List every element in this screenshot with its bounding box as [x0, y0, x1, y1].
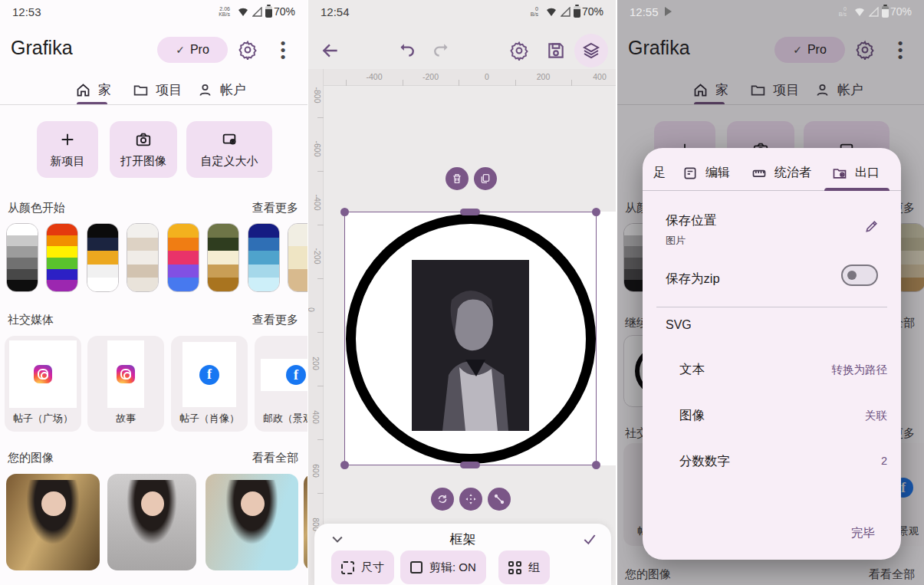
see-more-social-link[interactable]: 查看更多 — [252, 313, 298, 327]
confirm-check-icon[interactable] — [582, 531, 597, 547]
fraction-digits-label[interactable]: 分数数字 — [679, 453, 730, 470]
home-screen-with-dialog: 12:55 0B/s 70% Grafika ✓Pro ••• 家 项目 帐户 — [617, 0, 924, 585]
cellular-icon — [869, 7, 879, 17]
network-speed: 2.06KB/s — [219, 6, 230, 17]
dialog-tab-partial[interactable]: 足 — [653, 165, 666, 181]
color-palette[interactable] — [167, 223, 199, 292]
v-ruler: -800-600-400-2000200400600800 — [308, 69, 324, 585]
battery-icon — [882, 6, 889, 18]
color-palette[interactable] — [6, 223, 38, 292]
selection-handle-se[interactable] — [592, 461, 600, 469]
status-bar: 12:54 0B/s 70% — [308, 0, 616, 23]
cellular-icon — [561, 7, 571, 17]
user-photo-thumbnail[interactable] — [206, 474, 298, 570]
selection-handle-sw[interactable] — [340, 461, 349, 469]
color-palette[interactable] — [248, 223, 280, 292]
move-tool-button[interactable] — [459, 488, 482, 511]
section-social-media: 社交媒体 — [8, 313, 54, 327]
custom-size-button[interactable]: 自定义大小 — [186, 121, 272, 178]
save-as-zip-label: 保存为zip — [666, 271, 720, 288]
selection-handle-ne[interactable] — [592, 208, 600, 216]
group-button[interactable]: 组 — [498, 550, 550, 584]
overflow-menu-icon[interactable]: ••• — [279, 40, 287, 61]
tab-home[interactable]: 家 — [75, 77, 111, 103]
template-post-portrait[interactable]: f 帖子（肖像） — [171, 336, 248, 432]
dialog-tab-export[interactable]: 出口 — [832, 165, 880, 181]
user-photo-thumbnail[interactable] — [107, 474, 196, 570]
export-folder-icon — [832, 166, 847, 181]
diagonal-line-icon — [493, 493, 505, 505]
color-palette[interactable] — [207, 223, 239, 292]
dialog-divider — [656, 307, 887, 307]
open-image-button[interactable]: 打开图像 — [110, 121, 177, 178]
battery-indicator: 70% — [882, 5, 912, 18]
new-project-button[interactable]: 新项目 — [37, 121, 98, 178]
edit-panel-icon — [682, 166, 698, 181]
template-story[interactable]: 故事 — [87, 336, 164, 432]
redo-button[interactable] — [432, 41, 452, 61]
check-icon: ✓ — [176, 44, 185, 56]
user-photo-thumbnail[interactable] — [304, 474, 307, 570]
person-icon — [197, 82, 213, 98]
svg-image-label[interactable]: 图像 — [679, 407, 705, 424]
see-all-images-link[interactable]: 看看全部 — [252, 451, 298, 465]
back-button[interactable] — [321, 41, 340, 61]
settings-gear-icon[interactable] — [238, 40, 258, 60]
clip-toggle-button[interactable]: 剪辑: ON — [400, 550, 486, 584]
network-speed: 0B/s — [839, 6, 847, 17]
trash-icon — [451, 173, 463, 185]
layers-button[interactable] — [574, 34, 608, 67]
dialog-tab-edit[interactable]: 编辑 — [682, 165, 730, 181]
tab-bar: 家 项目 帐户 — [0, 77, 307, 104]
duplicate-object-button[interactable] — [474, 167, 497, 190]
save-zip-toggle-off[interactable] — [841, 265, 878, 286]
layers-icon — [582, 41, 600, 60]
svg-text-label[interactable]: 文本 — [679, 361, 705, 378]
settings-gear-icon[interactable] — [509, 41, 529, 61]
pencil-edit-icon[interactable] — [864, 219, 880, 234]
save-location-label[interactable]: 保存位置 — [666, 212, 716, 229]
color-palette[interactable] — [288, 223, 307, 292]
section-your-images: 您的图像 — [8, 451, 54, 465]
user-photo-thumbnail[interactable] — [6, 474, 100, 570]
template-post-landscape[interactable]: f 邮政（景观） — [255, 336, 307, 432]
selection-handle-n[interactable] — [460, 209, 480, 215]
instagram-icon — [117, 365, 135, 383]
done-button[interactable]: 完毕 — [851, 525, 875, 541]
tab-account[interactable]: 帐户 — [197, 77, 246, 103]
selection-handle-s[interactable] — [460, 462, 480, 468]
save-button[interactable] — [546, 41, 566, 61]
selection-box[interactable] — [344, 212, 597, 465]
pro-button[interactable]: ✓Pro — [157, 37, 228, 63]
size-button[interactable]: 尺寸 — [331, 550, 394, 584]
delete-object-button[interactable] — [446, 167, 469, 190]
svg-image-value[interactable]: 关联 — [865, 409, 887, 423]
toggle-knob — [847, 271, 857, 280]
fraction-digits-value[interactable]: 2 — [881, 455, 887, 467]
dashed-rect-icon — [341, 561, 354, 574]
selection-handle-nw[interactable] — [340, 208, 349, 216]
rotate-tool-button[interactable] — [431, 488, 454, 511]
line-tool-button[interactable] — [488, 488, 511, 511]
template-post-square[interactable]: 帖子（广场） — [5, 336, 81, 432]
export-settings-dialog: 足 编辑 统治者 出口 保存位置 图片 保存为zip SVG 文本 转换为路径 … — [643, 148, 901, 560]
home-icon — [75, 82, 91, 98]
see-more-colors-link[interactable]: 查看更多 — [252, 201, 298, 215]
undo-button[interactable] — [396, 41, 416, 61]
screen-record-icon — [665, 7, 672, 16]
section-start-colors: 从颜色开始 — [8, 201, 65, 215]
color-palette[interactable] — [127, 223, 159, 292]
facebook-icon: f — [199, 365, 219, 385]
wifi-icon — [546, 7, 557, 17]
battery-indicator: 70% — [265, 5, 295, 18]
color-palette[interactable] — [46, 223, 78, 292]
color-palette[interactable] — [87, 223, 119, 292]
active-dialog-tab-indicator — [824, 188, 889, 191]
tab-projects[interactable]: 项目 — [133, 77, 182, 103]
svg-text-value[interactable]: 转换为路径 — [832, 363, 888, 377]
cellular-icon — [252, 7, 262, 17]
rotate-icon — [436, 493, 449, 505]
camera-icon — [135, 131, 152, 148]
dialog-tab-ruler[interactable]: 统治者 — [751, 165, 811, 181]
resize-frame-icon — [221, 131, 238, 148]
